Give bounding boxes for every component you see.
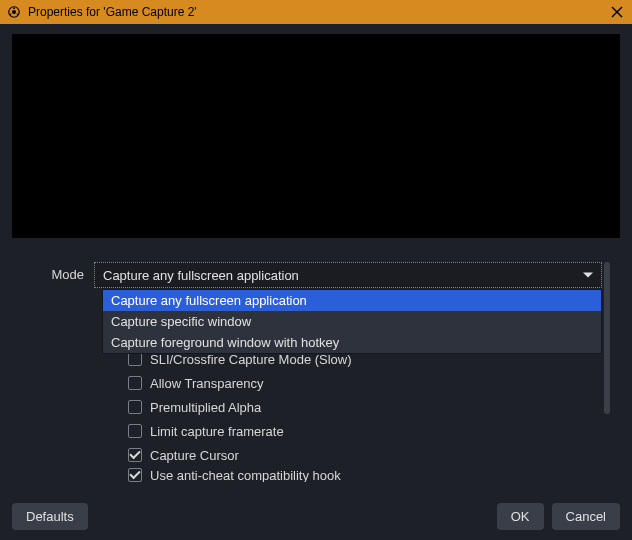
mode-label: Mode (12, 262, 94, 288)
check-label: Allow Transparency (150, 376, 263, 391)
mode-select[interactable]: Capture any fullscreen application (94, 262, 602, 288)
window-title: Properties for 'Game Capture 2' (28, 5, 608, 19)
titlebar: Properties for 'Game Capture 2' (0, 0, 632, 24)
mode-option-0[interactable]: Capture any fullscreen application (103, 290, 601, 311)
checkbox-icon (128, 448, 142, 462)
footer: Defaults OK Cancel (12, 503, 620, 530)
check-label: Capture Cursor (150, 448, 239, 463)
close-button[interactable] (608, 3, 626, 21)
close-icon (611, 6, 623, 18)
check-label: Premultiplied Alpha (150, 400, 261, 415)
capture-preview (12, 34, 620, 238)
app-icon (6, 4, 22, 20)
checkbox-icon (128, 468, 142, 482)
content: Mode Capture any fullscreen application … (0, 24, 632, 482)
properties-scrollbar[interactable] (604, 262, 610, 464)
checkbox-icon (128, 376, 142, 390)
check-label: Use anti-cheat compatibility hook (150, 468, 341, 482)
cancel-button[interactable]: Cancel (552, 503, 620, 530)
mode-option-1[interactable]: Capture specific window (103, 311, 601, 332)
check-cursor[interactable]: Capture Cursor (128, 444, 602, 466)
check-label: Limit capture framerate (150, 424, 284, 439)
form-area: Mode Capture any fullscreen application … (12, 262, 620, 482)
check-limit[interactable]: Limit capture framerate (128, 420, 602, 442)
check-anticheat[interactable]: Use anti-cheat compatibility hook (128, 468, 602, 482)
svg-point-1 (12, 10, 16, 14)
scrollbar-thumb[interactable] (604, 262, 610, 414)
checkbox-icon (128, 352, 142, 366)
checkbox-icon (128, 424, 142, 438)
check-premultiplied[interactable]: Premultiplied Alpha (128, 396, 602, 418)
defaults-button[interactable]: Defaults (12, 503, 88, 530)
mode-select-value: Capture any fullscreen application (103, 268, 299, 283)
checkbox-list: SLI/Crossfire Capture Mode (Slow) Allow … (128, 348, 602, 482)
chevron-down-icon (583, 273, 593, 278)
mode-dropdown: Capture any fullscreen application Captu… (102, 289, 602, 354)
mode-option-2[interactable]: Capture foreground window with hotkey (103, 332, 601, 353)
checkbox-icon (128, 400, 142, 414)
check-transparency[interactable]: Allow Transparency (128, 372, 602, 394)
ok-button[interactable]: OK (497, 503, 544, 530)
